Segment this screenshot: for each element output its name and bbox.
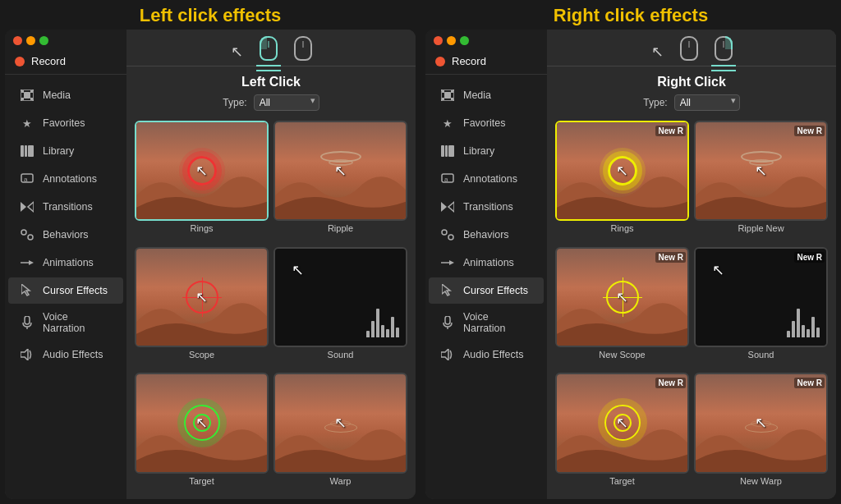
annotations-icon: a [20,172,34,186]
sidebar-item-animations[interactable]: Animations [8,250,123,276]
r-bar6 [811,317,815,337]
svg-marker-20 [21,349,28,360]
svg-rect-18 [25,316,30,324]
animations-icon [20,255,34,270]
sidebar-item-behaviors[interactable]: Behaviors [8,222,123,248]
right-effect-rings[interactable]: ↖ New R Rings [555,121,689,242]
r-sidebar-item-transitions[interactable]: Transitions [429,194,544,220]
ripple-new-badge: New R [794,126,825,136]
left-hl [260,36,267,49]
right-sidebar: Media ★ Favorites Library a Annotatio [425,75,547,375]
left-effect-rings[interactable]: ↖ Rings [135,121,269,242]
sidebar-item-cursor-effects[interactable]: Cursor Effects [8,277,123,304]
left-type-select[interactable]: All [254,94,319,111]
sidebar-item-annotations[interactable]: a Annotations [8,166,123,192]
transitions-icon [20,199,34,214]
left-bg-rings: ↖ [136,122,267,219]
left-type-label: Type: [223,97,246,108]
r-sidebar-item-annotations[interactable]: a Annotations [429,166,544,192]
svg-rect-7 [25,145,27,157]
right-effect-scope[interactable]: ↖ New R New Scope [555,247,689,369]
right-effect-target[interactable]: ↖ New R Target [555,373,689,494]
svg-rect-28 [445,145,448,157]
left-record-label: Record [31,55,66,67]
svg-rect-27 [441,145,444,157]
sidebar-label-behaviors: Behaviors [43,229,89,241]
sidebar-item-voice-narration[interactable]: Voice Narration [8,305,123,340]
r-sidebar-item-favorites[interactable]: ★ Favorites [429,110,544,136]
right-bg-target: ↖ New R [557,374,687,471]
svg-point-35 [448,235,453,240]
r-cursor-icon [440,283,455,298]
right-thumb-warp: ↖ New R [694,373,828,473]
sidebar-item-audio-effects[interactable]: Audio Effects [8,341,123,368]
right-close-button[interactable] [434,36,443,45]
right-thumb-scope: ↖ New R [555,247,689,347]
r-sidebar-label-behaviors: Behaviors [463,229,509,241]
target-new-badge: New R [655,378,686,388]
r-sidebar-label-library: Library [463,145,494,157]
r-sidebar-item-cursor-effects[interactable]: Cursor Effects [429,277,544,304]
left-bg-warp: ↖ [275,374,406,471]
r-bar2 [792,321,795,337]
r-sidebar-item-library[interactable]: Library [429,138,544,164]
sidebar-item-transitions[interactable]: Transitions [8,194,123,220]
r-sidebar-item-media[interactable]: Media [429,82,544,108]
right-record-label: Record [452,55,486,67]
right-tab-left-click[interactable] [680,36,698,66]
left-close-button[interactable] [13,36,22,45]
left-effect-target[interactable]: ↖ Target [135,373,269,494]
left-tab-right-click[interactable] [294,36,312,66]
sidebar-item-favorites[interactable]: ★ Favorites [8,110,123,136]
bar2 [371,321,375,337]
right-type-select[interactable]: All [674,94,740,111]
right-bg-scope: ↖ New R [557,249,687,346]
svg-marker-37 [449,260,454,265]
left-effect-scope[interactable]: ↖ Scope [135,247,269,369]
sound-cursor: ↖ [292,261,304,279]
top-labels-bar: Left click effects Right click effects [0,0,841,30]
right-min-button[interactable] [447,36,456,45]
svg-point-34 [442,230,447,235]
r-sidebar-item-animations[interactable]: Animations [429,250,544,276]
right-effect-sound[interactable]: ↖ New R [694,247,828,369]
left-min-button[interactable] [26,36,35,45]
left-thumb-sound: ↖ [273,247,407,347]
svg-point-14 [28,235,33,240]
r-film-icon [440,88,455,103]
left-record-dot [15,57,25,66]
right-tab-arrow[interactable]: ↖ [651,43,664,66]
right-tab-right-click[interactable] [715,36,733,66]
left-bg-target: ↖ [136,374,267,471]
left-tab-arrow[interactable]: ↖ [231,43,243,66]
left-effect-sound[interactable]: ↖ Sound [273,247,407,369]
svg-marker-33 [448,202,454,212]
r-sidebar-item-voice-narration[interactable]: Voice Narration [429,305,544,340]
r-sidebar-item-audio-effects[interactable]: Audio Effects [429,341,544,368]
r-sidebar-item-behaviors[interactable]: Behaviors [429,222,544,248]
left-effect-ripple[interactable]: ↖ Ripple [273,121,407,242]
audio-icon [20,347,34,362]
sidebar-item-library[interactable]: Library [8,138,123,164]
svg-rect-2 [21,98,24,100]
library-icon [20,144,34,158]
left-max-button[interactable] [39,36,48,45]
sidebar-item-media[interactable]: Media [8,82,123,108]
rings-new-badge: New R [655,126,686,136]
right-max-button[interactable] [460,36,469,45]
sound-bars [366,305,399,337]
right-bg-ripple: ↖ New R [696,122,826,219]
left-sidebar-container: Record Media ★ Favorites Librar [5,30,126,499]
left-label-target: Target [189,476,214,486]
r-sound-cursor: ↖ [712,261,724,279]
right-effect-warp[interactable]: ↖ New R New Warp [694,373,828,494]
right-label-sound: Sound [748,350,774,360]
left-effect-warp[interactable]: ↖ Warp [273,373,407,494]
svg-rect-5 [24,92,30,99]
sidebar-label-audio-effects: Audio Effects [43,349,103,360]
sound-new-badge: New R [794,252,825,263]
left-tab-left-click[interactable] [260,36,278,66]
right-panel-content: ↖ Right Click Type: All [547,30,836,499]
right-effect-ripple[interactable]: ↖ New R Ripple New [694,121,828,242]
sidebar-label-annotations: Annotations [43,173,97,185]
